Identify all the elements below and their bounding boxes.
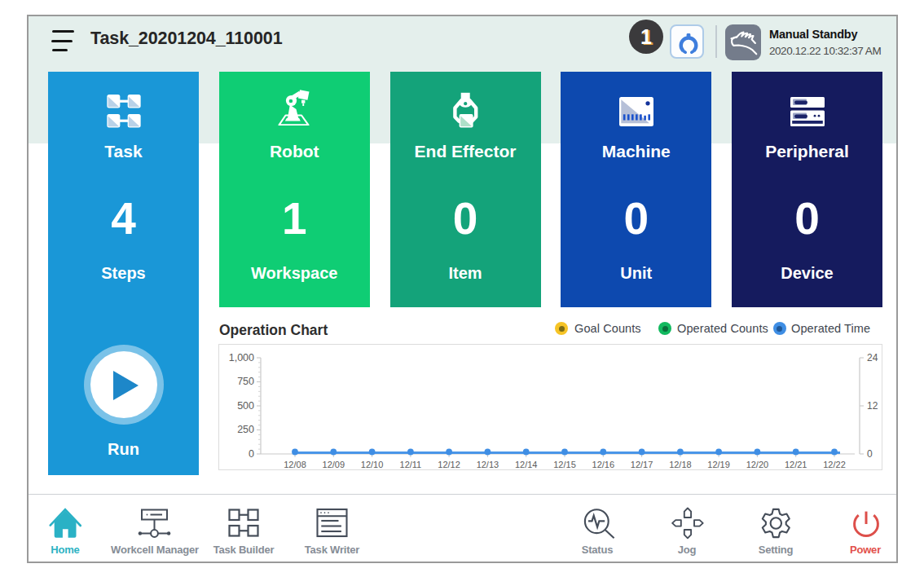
svg-text:12/17: 12/17 (631, 460, 653, 469)
svg-text:12/09: 12/09 (323, 460, 345, 469)
svg-text:12/10: 12/10 (361, 460, 384, 469)
svg-text:12/11: 12/11 (400, 460, 422, 469)
svg-text:750: 750 (237, 376, 254, 387)
svg-text:0: 0 (249, 448, 254, 460)
svg-text:12/12: 12/12 (438, 460, 460, 469)
svg-text:12/20: 12/20 (746, 460, 769, 469)
svg-text:12/15: 12/15 (553, 460, 576, 469)
svg-text:12/19: 12/19 (707, 460, 730, 469)
svg-text:12: 12 (867, 400, 878, 412)
svg-text:12/22: 12/22 (823, 460, 846, 469)
svg-text:12/08: 12/08 (284, 460, 306, 469)
svg-text:500: 500 (237, 400, 254, 412)
svg-text:1,000: 1,000 (229, 352, 254, 363)
svg-text:12/14: 12/14 (515, 460, 538, 469)
svg-text:24: 24 (867, 352, 878, 363)
svg-text:250: 250 (237, 424, 254, 435)
svg-text:12/16: 12/16 (592, 460, 615, 469)
svg-text:12/21: 12/21 (785, 460, 807, 469)
svg-text:0: 0 (867, 448, 873, 460)
svg-text:12/18: 12/18 (669, 460, 692, 469)
svg-text:12/13: 12/13 (477, 460, 499, 469)
